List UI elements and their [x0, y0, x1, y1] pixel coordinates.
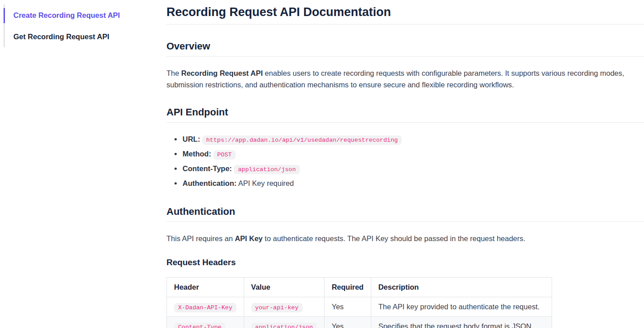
cell-header-value: application/json	[244, 317, 324, 328]
cell-header-name: Content-Type	[167, 317, 244, 328]
endpoint-list: URL: https://app.dadan.io/api/v1/usedada…	[166, 132, 644, 190]
authentication-text-suffix: to authenticate requests. The API Key sh…	[263, 234, 526, 242]
sidebar-nav: Create Recording Request API Get Recordi…	[0, 4, 166, 47]
header-value-code: application/json	[251, 323, 317, 328]
column-header: Header	[167, 278, 244, 297]
endpoint-item-content-type: Content-Type: application/json	[166, 162, 644, 176]
cell-required: Yes	[324, 317, 371, 328]
endpoint-item-method: Method: POST	[166, 147, 644, 162]
request-headers-table: Header Value Required Description X-Dada…	[166, 277, 552, 328]
sidebar-item-label: Get Recording Request API	[13, 33, 109, 41]
endpoint-item-label: Method:	[183, 150, 211, 158]
authentication-paragraph: This API requires an API Key to authenti…	[166, 233, 644, 244]
column-header: Required	[324, 278, 371, 297]
endpoint-item-authentication: Authentication: API Key required	[166, 176, 644, 190]
overview-heading: Overview	[166, 41, 644, 57]
endpoint-item-label: Authentication:	[183, 179, 237, 187]
endpoint-content-type-code: application/json	[234, 165, 300, 174]
header-name-code: X-Dadan-API-Key	[174, 303, 237, 312]
endpoint-item-value: API Key required	[238, 179, 294, 187]
sidebar-item-create-recording-request-api[interactable]: Create Recording Request API	[4, 4, 166, 26]
cell-header-value: your-api-key	[244, 297, 324, 317]
authentication-heading: Authentication	[166, 206, 644, 222]
sidebar-item-label: Create Recording Request API	[13, 11, 120, 20]
table-row: X-Dadan-API-Key your-api-key Yes The API…	[167, 297, 552, 317]
header-value-code: your-api-key	[251, 303, 303, 312]
endpoint-url-code: https://app.dadan.io/api/v1/usedadan/req…	[202, 135, 402, 145]
header-name-code: Content-Type	[174, 323, 225, 328]
overview-text-prefix: The	[166, 69, 181, 77]
table-row: Content-Type application/json Yes Specif…	[167, 317, 552, 328]
sidebar-item-get-recording-request-api[interactable]: Get Recording Request API	[4, 26, 166, 47]
column-header: Value	[244, 278, 324, 297]
api-endpoint-heading: API Endpoint	[166, 107, 644, 123]
authentication-bold-term: API Key	[235, 234, 262, 242]
overview-paragraph: The Recording Request API enables users …	[166, 67, 644, 90]
overview-bold-term: Recording Request API	[181, 69, 263, 77]
main-content: Recording Request API Documentation Over…	[166, 0, 644, 328]
page-title: Recording Request API Documentation	[166, 5, 644, 25]
endpoint-item-label: Content-Type:	[183, 164, 232, 172]
sidebar: Create Recording Request API Get Recordi…	[0, 0, 166, 328]
request-headers-heading: Request Headers	[166, 258, 644, 267]
endpoint-item-label: URL:	[183, 135, 200, 143]
cell-header-name: X-Dadan-API-Key	[167, 297, 244, 317]
endpoint-item-url: URL: https://app.dadan.io/api/v1/usedada…	[166, 132, 644, 147]
table-header-row: Header Value Required Description	[167, 278, 552, 297]
authentication-text-prefix: This API requires an	[166, 234, 235, 242]
api-docs-page: Create Recording Request API Get Recordi…	[0, 0, 644, 328]
cell-description: Specifies that the request body format i…	[371, 317, 552, 328]
column-header: Description	[371, 278, 552, 297]
endpoint-method-code: POST	[213, 150, 236, 160]
cell-description: The API key provided to authenticate the…	[371, 297, 552, 317]
cell-required: Yes	[324, 297, 371, 317]
